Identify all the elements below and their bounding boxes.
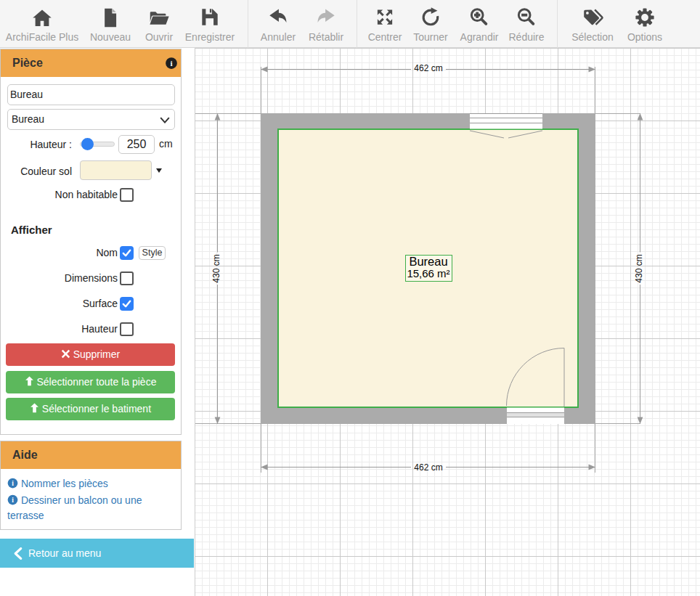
svg-text:462 cm: 462 cm [414, 462, 442, 473]
svg-text:i: i [12, 480, 14, 487]
svg-text:430 cm: 430 cm [634, 254, 644, 282]
svg-text:15,66 m²: 15,66 m² [407, 267, 449, 279]
svg-text:Bureau: Bureau [409, 255, 447, 268]
svg-text:i: i [170, 59, 172, 68]
svg-text:430 cm: 430 cm [211, 254, 221, 282]
svg-text:i: i [12, 497, 14, 504]
svg-text:462 cm: 462 cm [414, 63, 442, 73]
